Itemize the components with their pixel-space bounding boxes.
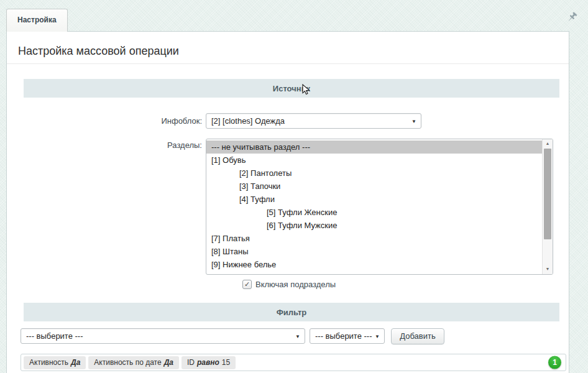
list-item[interactable]: [8] Штаны <box>206 245 542 258</box>
tab-settings[interactable]: Настройка <box>6 9 68 32</box>
chip-value: 15 <box>222 358 230 367</box>
add-filter-button[interactable]: Добавить <box>391 328 444 344</box>
chevron-down-icon: ▼ <box>295 329 300 344</box>
include-subsections-row: ✓ Включая подразделы <box>242 280 569 289</box>
sections-listbox[interactable]: --- не учитывать раздел --- [1] Обувь [2… <box>206 139 553 275</box>
list-item[interactable]: [3] Тапочки <box>206 180 542 193</box>
chevron-down-icon: ▼ <box>411 114 416 129</box>
include-subsections-checkbox[interactable]: ✓ <box>242 280 252 289</box>
sections-row: Разделы: --- не учитывать раздел --- [1]… <box>7 139 569 275</box>
page-title: Настройка массовой операции <box>18 45 558 58</box>
list-item[interactable]: [4] Туфли <box>206 193 542 206</box>
infoblock-label: Инфоблок: <box>7 113 206 129</box>
mouse-cursor-icon <box>302 84 310 96</box>
filter-operator-select-value: --- выберите --- <box>315 331 372 341</box>
list-item[interactable]: --- не учитывать раздел --- <box>206 140 542 154</box>
listbox-scrollbar[interactable]: ▲ ▼ <box>542 139 553 274</box>
filter-field-select-value: --- выберите --- <box>26 331 83 341</box>
content-panel: Настройка массовой операции Источник Инф… <box>6 31 569 373</box>
scroll-up-icon[interactable]: ▲ <box>543 141 553 145</box>
scrollbar-thumb[interactable] <box>544 149 551 239</box>
chip-name: Активность <box>29 358 68 367</box>
filter-chips-bar: АктивностьДа Активность по датеДа IDравн… <box>21 354 566 371</box>
list-item[interactable]: [9] Нижнее белье <box>206 258 542 271</box>
filter-controls: --- выберите --- ▼ --- выберите --- ▼ До… <box>21 328 559 344</box>
infoblock-row: Инфоблок: [2] [clothes] Одежда ▼ <box>7 113 569 129</box>
list-item[interactable]: [7] Платья <box>206 232 542 245</box>
filter-count-badge: 1 <box>548 356 561 369</box>
filter-field-select[interactable]: --- выберите --- ▼ <box>21 328 305 344</box>
chip-operator: равно <box>197 358 219 367</box>
filter-chip[interactable]: Активность по датеДа <box>88 356 179 369</box>
list-item[interactable]: [1] Обувь <box>206 154 542 167</box>
pin-icon[interactable] <box>566 11 578 24</box>
sections-label: Разделы: <box>7 139 206 275</box>
infoblock-select[interactable]: [2] [clothes] Одежда ▼ <box>206 113 421 129</box>
include-subsections-label[interactable]: Включая подразделы <box>255 280 336 289</box>
chip-value: Да <box>164 358 173 367</box>
list-item[interactable]: [5] Туфли Женские <box>206 206 542 219</box>
chevron-down-icon: ▼ <box>375 329 380 344</box>
filter-chip[interactable]: АктивностьДа <box>24 356 86 369</box>
filter-section-header: Фильтр <box>24 303 559 321</box>
chip-value: Да <box>71 358 80 367</box>
chip-name: ID <box>187 358 195 367</box>
check-icon: ✓ <box>244 280 250 288</box>
filter-section-title: Фильтр <box>277 308 307 317</box>
source-section-header: Источник <box>24 79 559 98</box>
infoblock-select-value: [2] [clothes] Одежда <box>211 116 285 126</box>
chip-name: Активность по дате <box>94 358 161 367</box>
list-item[interactable]: [2] Пантолеты <box>206 167 542 180</box>
filter-chip[interactable]: IDравно15 <box>181 356 236 369</box>
page-header: Настройка массовой операции <box>7 32 569 64</box>
list-item[interactable]: [6] Туфли Мужские <box>206 219 542 232</box>
filter-operator-select[interactable]: --- выберите --- ▼ <box>310 328 385 344</box>
scroll-down-icon[interactable]: ▼ <box>543 267 553 271</box>
tab-settings-label: Настройка <box>17 16 57 24</box>
sections-list: --- не учитывать раздел --- [1] Обувь [2… <box>206 140 542 271</box>
